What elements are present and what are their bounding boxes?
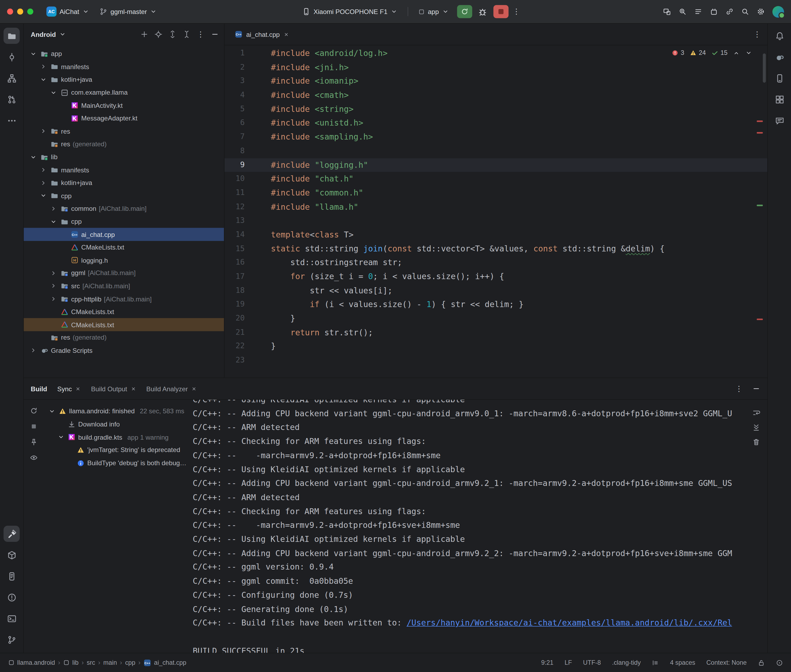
project-tree-item-src[interactable]: src [AiChat.lib.main] [24, 280, 224, 293]
project-tree-item-cmakelists-txt[interactable]: CMakeLists.txt [24, 306, 224, 318]
line-number[interactable]: 16 [225, 256, 245, 270]
structure-tool-button[interactable] [3, 70, 20, 86]
scroll-to-end-icon[interactable] [752, 424, 761, 432]
packages-tool-button[interactable] [3, 547, 20, 563]
resource-manager-tool-button[interactable] [771, 91, 788, 107]
code-line-13[interactable]: 13 [225, 214, 767, 228]
code-line-14[interactable]: 14template<class T> [225, 228, 767, 242]
terminal-tool-button[interactable] [3, 610, 20, 627]
code-line-10[interactable]: 10#include "chat.h" [225, 172, 767, 186]
code-line-20[interactable]: 20 } [225, 312, 767, 326]
build-tree-item[interactable]: build.gradle.ktsapp 1 warning [44, 431, 187, 444]
code-line-16[interactable]: 16 std::ostringstream str; [225, 256, 767, 270]
plugin-icon[interactable] [710, 8, 718, 16]
code-line-11[interactable]: 11#include "common.h" [225, 186, 767, 200]
task-list-icon[interactable] [694, 8, 702, 16]
editor-scrollbar-thumb[interactable] [763, 53, 766, 83]
line-number[interactable]: 5 [225, 102, 245, 116]
line-number[interactable]: 2 [225, 60, 245, 74]
chevron-down-icon[interactable] [39, 76, 48, 83]
build-tree-item[interactable]: llama.android: finished22 sec, 583 ms [44, 405, 187, 418]
line-number[interactable]: 21 [225, 325, 245, 339]
line-number[interactable]: 11 [225, 186, 245, 200]
project-widget[interactable]: AC AiChat [42, 5, 93, 19]
more-run-options-button[interactable]: ⋮ [512, 7, 520, 16]
chevron-down-icon[interactable] [29, 154, 38, 160]
line-number[interactable]: 9 [225, 158, 245, 172]
chevron-right-icon[interactable] [39, 128, 48, 135]
code-line-5[interactable]: 5#include <string> [225, 102, 767, 116]
hide-panel-icon[interactable] [211, 30, 219, 38]
soft-wrap-icon[interactable] [752, 409, 761, 417]
close-window-button[interactable] [7, 9, 13, 14]
caret-position[interactable]: 9:21 [541, 659, 554, 666]
next-problem-icon[interactable] [745, 50, 752, 56]
project-tree-item-ggml[interactable]: ggml [AiChat.lib.main] [24, 267, 224, 280]
chevron-down-icon[interactable] [57, 434, 65, 440]
project-tree-item-logging-h[interactable]: Hlogging.h [24, 254, 224, 267]
notifications-bell-icon[interactable] [771, 28, 788, 44]
more-tool-windows-button[interactable] [3, 112, 20, 128]
line-separator[interactable]: LF [565, 659, 572, 666]
error-stripe-mark[interactable] [757, 132, 763, 134]
project-tree-item-manifests[interactable]: manifests [24, 163, 224, 176]
code-line-3[interactable]: 3#include <iomanip> [225, 74, 767, 88]
line-number[interactable]: 6 [225, 116, 245, 130]
device-mirroring-icon[interactable] [663, 8, 671, 16]
editor-options-icon[interactable]: ⋮ [753, 30, 761, 39]
change-stripe-mark[interactable] [757, 205, 763, 206]
chevron-right-icon[interactable] [49, 296, 58, 302]
line-number[interactable]: 14 [225, 228, 245, 242]
build-tab-build-analyzer[interactable]: Build Analyzer [146, 385, 197, 392]
rerun-sync-icon[interactable] [30, 407, 38, 415]
line-number[interactable]: 23 [225, 354, 245, 367]
line-number[interactable]: 12 [225, 200, 245, 214]
build-tab-sync[interactable]: Sync [57, 385, 81, 392]
context-info[interactable]: Context: None [706, 659, 747, 666]
project-tree-item-res[interactable]: res (generated) [24, 331, 224, 344]
code-line-22[interactable]: 22} [225, 339, 767, 354]
version-control-tool-button[interactable] [3, 632, 20, 648]
editor-tab-ai-chat-cpp[interactable]: C++ ai_chat.cpp [231, 24, 293, 45]
previous-problem-icon[interactable] [733, 50, 740, 56]
breadcrumb-item-src[interactable]: src [87, 659, 95, 666]
project-view-selector[interactable]: Android [30, 30, 56, 38]
line-number[interactable]: 7 [225, 130, 245, 144]
device-selector[interactable]: Xiaomi POCOPHONE F1 [298, 6, 402, 18]
clear-all-icon[interactable] [752, 438, 761, 446]
code-line-19[interactable]: 19 if (i < values.size() - 1) { str << d… [225, 298, 767, 312]
run-configuration-selector[interactable]: app [414, 6, 453, 18]
line-number[interactable]: 1 [225, 46, 245, 60]
chevron-down-icon[interactable] [29, 50, 38, 57]
project-tree-item-cpp[interactable]: cpp [24, 189, 224, 202]
project-tree-item-res[interactable]: res [24, 125, 224, 138]
pin-tab-icon[interactable] [30, 438, 38, 446]
gradle-tool-button[interactable] [771, 49, 788, 65]
breadcrumb-item-llama-android[interactable]: llama.android [8, 659, 55, 666]
minimize-window-button[interactable] [17, 9, 23, 14]
project-tool-button[interactable] [3, 28, 20, 44]
project-tree-item-res[interactable]: res (generated) [24, 138, 224, 150]
rerun-button[interactable] [457, 5, 472, 18]
line-number[interactable]: 4 [225, 88, 245, 102]
project-tree-item-common[interactable]: common [AiChat.lib.main] [24, 202, 224, 215]
close-tab-icon[interactable] [75, 386, 81, 392]
device-manager-tool-button[interactable] [771, 70, 788, 86]
error-stripe-mark[interactable] [757, 318, 763, 320]
code-line-7[interactable]: 7#include <sampling.h> [225, 130, 767, 144]
code-inspection-icon[interactable] [679, 8, 687, 16]
build-window-title[interactable]: Build [30, 385, 47, 392]
project-tree-item-mainactivity-kt[interactable]: MainActivity.kt [24, 99, 224, 112]
line-number[interactable]: 13 [225, 214, 245, 228]
lock-icon[interactable] [757, 659, 765, 666]
chevron-right-icon[interactable] [39, 63, 48, 70]
project-tree-item-cpp-httplib[interactable]: cpp-httplib [AiChat.lib.main] [24, 293, 224, 306]
line-number[interactable]: 8 [225, 144, 245, 158]
chevron-down-icon[interactable] [59, 30, 66, 38]
clang-tidy-status[interactable]: .clang-tidy [612, 659, 641, 666]
build-output-path-link[interactable]: /Users/hanyin/Workspace/ai-chat/examples… [407, 618, 732, 628]
close-tab-icon[interactable] [283, 32, 289, 37]
search-everywhere-icon[interactable] [741, 8, 749, 16]
view-options-icon[interactable] [30, 454, 38, 462]
chevron-down-icon[interactable] [49, 89, 58, 96]
